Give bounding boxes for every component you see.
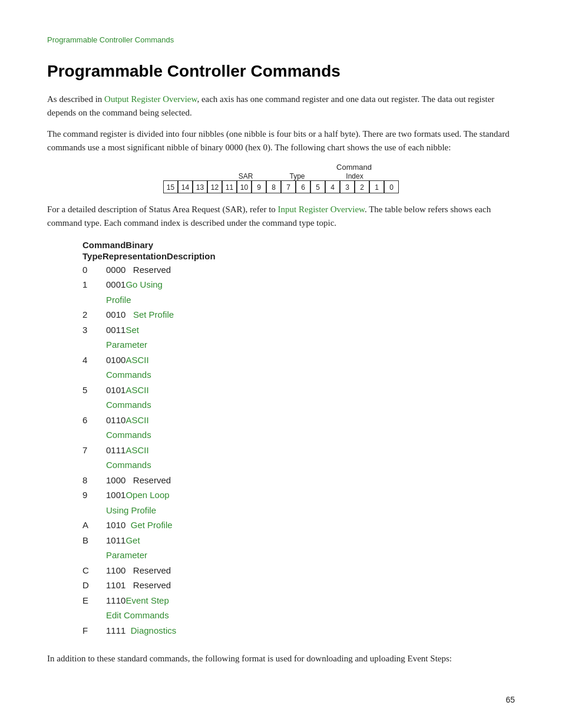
page-title: Programmable Controller Commands [47,62,515,81]
sar-label: SAR [216,172,275,180]
sar-para: For a detailed description of Status Are… [47,203,515,230]
bit-diagram: Command SAR Type Index 15 14 13 12 11 10… [47,163,515,193]
intro-para-2: The command register is divided into fou… [47,127,515,155]
bit-7: 7 [281,180,296,193]
bit-5: 5 [310,180,325,193]
command-label: Command [336,163,372,172]
table-row: D 1101 Reserved [82,578,515,593]
table-row: A 1010 Get Profile [82,518,515,533]
go-using-profile-link[interactable]: Go Using Profile [106,279,163,305]
table-row: C 1100 Reserved [82,563,515,578]
breadcrumb[interactable]: Programmable Controller Commands [47,35,515,44]
input-register-link[interactable]: Input Register Overview [278,205,365,214]
bit-grid: 15 14 13 12 11 10 9 8 7 6 5 4 3 2 1 0 [163,180,399,193]
table-row: B 1011Get Parameter [82,533,515,563]
output-register-link[interactable]: Output Register Overview [104,94,197,104]
bit-11: 11 [222,180,237,193]
ascii-commands-link-5[interactable]: ASCII Commands [106,385,151,410]
bit-10: 10 [237,180,252,193]
bit-14: 14 [178,180,193,193]
bit-1: 1 [369,180,384,193]
table-row: 1 0001Go Using Profile [82,277,515,307]
command-table: CommandBinary TypeRepresentationDescript… [82,240,515,638]
table-row: 3 0011Set Parameter [82,322,515,353]
bit-8: 8 [266,180,281,193]
intro-para-1: As described in Output Register Overview… [47,93,515,120]
table-row: 9 1001Open Loop Using Profile [82,487,515,518]
set-profile-link[interactable]: Set Profile [133,309,174,319]
ascii-commands-link-4[interactable]: ASCII Commands [106,355,151,380]
table-row: F 1111 Diagnostics [82,623,515,638]
bit-9: 9 [252,180,266,193]
page-number: 65 [505,695,515,704]
bit-0: 0 [384,180,399,193]
table-row: 6 0110ASCII Commands [82,413,515,443]
bit-15: 15 [163,180,178,193]
bit-13: 13 [193,180,207,193]
ascii-commands-link-6[interactable]: ASCII Commands [106,415,151,440]
diagnostics-link[interactable]: Diagnostics [131,625,177,635]
open-loop-link[interactable]: Open Loop Using Profile [106,490,170,515]
table-row: 7 0111ASCII Commands [82,443,515,473]
set-parameter-link[interactable]: Set Parameter [106,325,147,350]
bit-4: 4 [325,180,340,193]
table-row: 5 0101ASCII Commands [82,383,515,413]
breadcrumb-link[interactable]: Programmable Controller Commands [47,35,174,44]
bit-12: 12 [207,180,222,193]
type-label: Type [275,172,319,180]
table-header-row1: CommandBinary [82,240,515,250]
table-header-row2: TypeRepresentationDescription [82,251,515,261]
event-step-link[interactable]: Event Step Edit Commands [106,595,169,621]
table-row: E 1110Event Step Edit Commands [82,593,515,623]
bit-6: 6 [296,180,310,193]
table-row: 2 0010 Set Profile [82,307,515,322]
bit-3: 3 [340,180,355,193]
get-profile-link[interactable]: Get Profile [131,520,173,530]
bit-2: 2 [355,180,369,193]
table-row: 4 0100ASCII Commands [82,353,515,383]
table-row: 8 1000 Reserved [82,473,515,488]
index-label: Index [319,172,390,180]
ascii-commands-link-7[interactable]: ASCII Commands [106,445,151,470]
table-row: 0 0000 Reserved [82,262,515,278]
get-parameter-link[interactable]: Get Parameter [106,535,147,561]
bottom-para: In addition to these standard commands, … [47,652,515,666]
